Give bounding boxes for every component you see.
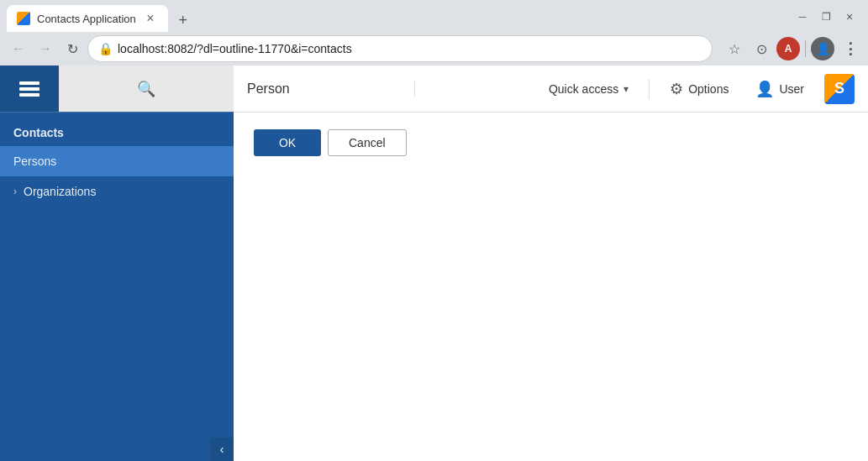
page-title: Person (247, 81, 290, 97)
tab-title: Contacts Application (37, 13, 136, 25)
sidebar-item-organizations[interactable]: › Organizations (0, 176, 234, 207)
contacts-section-label: Contacts (0, 119, 234, 146)
sidebar: 🔍 Contacts Persons › Organizations ‹ (0, 65, 234, 461)
organizations-chevron-icon: › (13, 186, 17, 197)
user-label: User (779, 82, 804, 96)
reload-button[interactable]: ↻ (60, 37, 84, 60)
sidebar-menu-icon[interactable] (0, 65, 59, 112)
close-window-button[interactable]: × (838, 5, 861, 29)
restore-button[interactable]: ❐ (814, 5, 838, 29)
sidebar-search-button[interactable]: 🔍 (59, 65, 234, 112)
options-button[interactable]: ⚙ Options (663, 76, 735, 102)
quick-access-button[interactable]: Quick access ▾ (542, 79, 635, 99)
tab-favicon (17, 12, 30, 25)
options-label: Options (688, 82, 729, 96)
gear-icon: ⚙ (670, 80, 683, 98)
main-header: Person Quick access ▾ ⚙ Options 👤 User S (234, 65, 868, 113)
forward-button[interactable]: → (34, 37, 57, 60)
main-content: Person Quick access ▾ ⚙ Options 👤 User S (234, 65, 868, 461)
browser-action-2[interactable]: A (776, 37, 800, 60)
address-bar[interactable]: 🔒 (87, 35, 713, 62)
action-buttons: OK Cancel (254, 129, 848, 156)
cancel-button[interactable]: Cancel (328, 129, 407, 156)
address-input[interactable] (118, 42, 702, 55)
header-actions: Quick access ▾ ⚙ Options 👤 User S (415, 74, 855, 104)
header-divider-1 (649, 79, 650, 99)
sidebar-collapse-button[interactable]: ‹ (210, 437, 234, 461)
back-button[interactable]: ← (7, 37, 30, 60)
new-tab-button[interactable]: + (171, 8, 195, 32)
bookmark-button[interactable]: ☆ (723, 37, 746, 60)
tab-close-button[interactable]: × (143, 11, 158, 26)
quick-access-label: Quick access (549, 82, 618, 96)
app-logo: S (824, 74, 855, 104)
menu-button[interactable]: ⋮ (838, 37, 861, 60)
quick-access-chevron-icon: ▾ (623, 83, 629, 95)
minimize-button[interactable]: ─ (791, 5, 814, 29)
content-body: OK Cancel (234, 113, 868, 461)
browser-controls: ← → ↻ 🔒 ☆ ⊙ A 👤 ⋮ (0, 32, 868, 65)
user-icon: 👤 (755, 80, 774, 98)
persons-label: Persons (13, 155, 56, 168)
organizations-label: Organizations (24, 185, 96, 198)
browser-action-1[interactable]: ⊙ (750, 37, 773, 60)
collapse-icon: ‹ (220, 443, 224, 456)
ok-button[interactable]: OK (254, 129, 321, 156)
user-button[interactable]: 👤 User (749, 76, 811, 102)
address-lock-icon: 🔒 (98, 42, 113, 55)
profile-button[interactable]: 👤 (811, 37, 834, 60)
active-tab[interactable]: Contacts Application × (7, 5, 168, 32)
page-title-area: Person (247, 81, 415, 97)
sidebar-item-persons[interactable]: Persons (0, 146, 234, 176)
search-icon: 🔍 (137, 80, 155, 98)
